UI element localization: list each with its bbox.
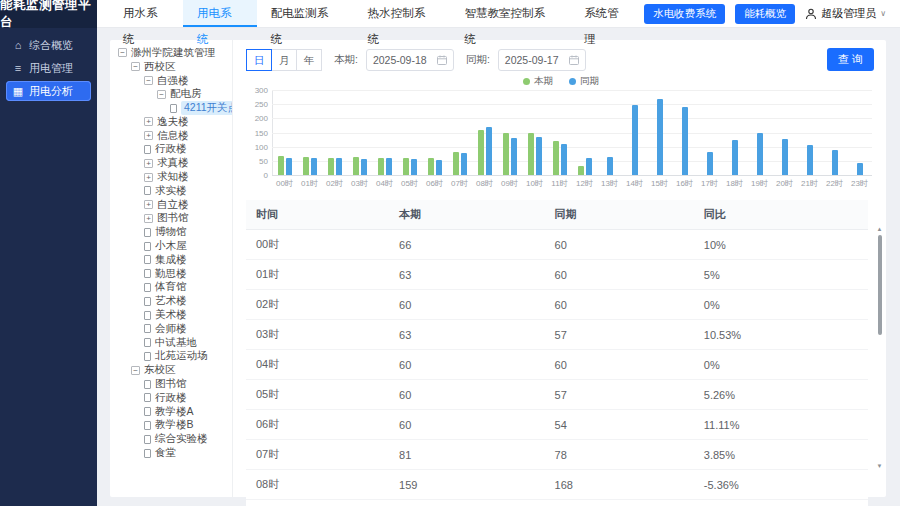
tree-node[interactable]: 图书馆 (110, 377, 232, 391)
tree-node-label: 图书馆 (157, 211, 189, 225)
sidebar-item-综合概览[interactable]: ⌂综合概览 (6, 35, 91, 55)
file-icon (144, 421, 151, 430)
tree-node[interactable]: 中试基地 (110, 336, 232, 350)
tree-node[interactable]: 勤思楼 (110, 267, 232, 281)
tree-node-label: 美术楼 (155, 308, 187, 322)
sidebar-item-用电分析[interactable]: ▦用电分析 (6, 81, 91, 101)
tree-node[interactable]: 教学楼B (110, 419, 232, 433)
table-cell: 78 (545, 440, 694, 470)
bar-group-04时 (372, 90, 397, 175)
tree-node[interactable]: 美术楼 (110, 308, 232, 322)
collapse-icon[interactable]: − (144, 76, 153, 85)
tree-node[interactable]: 行政楼 (110, 391, 232, 405)
file-icon (144, 145, 151, 154)
tree-node[interactable]: −东校区 (110, 363, 232, 377)
table-cell: 60 (389, 410, 545, 440)
bar-group-12时 (572, 90, 597, 175)
tree-node[interactable]: 行政楼 (110, 143, 232, 157)
building-tree: −滁州学院建筑管理−西校区−自强楼−配电房4211开关点位+逸夫楼+信息楼行政楼… (110, 40, 233, 497)
scroll-down-icon[interactable]: ▼ (876, 463, 883, 469)
file-icon (144, 242, 151, 251)
file-icon (144, 255, 151, 264)
tab-2[interactable]: 配电监测系统 (257, 0, 354, 27)
bar-compare (411, 159, 417, 175)
bar-group-18时 (722, 90, 747, 175)
tab-3[interactable]: 热水控制系统 (354, 0, 451, 27)
tab-0[interactable]: 用水系统 (109, 0, 183, 27)
tree-node[interactable]: −西校区 (110, 60, 232, 74)
chart-plot-area: 050100150200250300 (272, 90, 872, 175)
legend-item-同期[interactable]: 同期 (569, 75, 599, 88)
table-cell: 81 (389, 440, 545, 470)
tree-node[interactable]: 求实楼 (110, 184, 232, 198)
tab-5[interactable]: 系统管理 (570, 0, 644, 27)
tree-node[interactable]: 教学楼A (110, 405, 232, 419)
expand-icon[interactable]: + (144, 214, 153, 223)
x-tick-label: 14时 (622, 178, 647, 189)
tab-4[interactable]: 智慧教室控制系统 (450, 0, 570, 27)
scroll-up-icon[interactable]: ▲ (876, 226, 883, 232)
tree-node-label: 北苑运动场 (155, 349, 208, 363)
y-tick-label: 300 (246, 86, 268, 95)
tree-node[interactable]: 艺术楼 (110, 294, 232, 308)
compare-date-input[interactable]: 2025-09-17 (498, 49, 586, 71)
expand-icon[interactable]: + (144, 131, 153, 140)
expand-icon[interactable]: + (144, 200, 153, 209)
header-button-1[interactable]: 能耗概览 (735, 4, 795, 24)
query-button[interactable]: 查 询 (827, 48, 874, 71)
file-icon (144, 380, 151, 389)
table-scrollbar[interactable]: ▲ ▼ (876, 226, 883, 469)
table-row: 04时60600% (246, 350, 868, 380)
tree-node[interactable]: −自强楼 (110, 74, 232, 88)
header-button-0[interactable]: 水电收费系统 (644, 4, 725, 24)
table-row: 08时159168-5.36% (246, 470, 868, 500)
tree-node[interactable]: +求真楼 (110, 156, 232, 170)
bar-group-08时 (472, 90, 497, 175)
calendar-icon (437, 55, 447, 65)
x-tick-label: 20时 (772, 178, 797, 189)
table-header-row: 时间本期同期同比 (246, 200, 868, 230)
expand-icon[interactable]: + (144, 173, 153, 182)
calendar-icon (569, 55, 579, 65)
sidebar-item-用电管理[interactable]: ≡用电管理 (6, 58, 91, 78)
tree-node[interactable]: 4211开关点位 (110, 101, 232, 115)
bar-compare (782, 139, 788, 175)
tree-node[interactable]: 集成楼 (110, 253, 232, 267)
collapse-icon[interactable]: − (131, 366, 140, 375)
tree-node-label: 体育馆 (155, 280, 187, 294)
collapse-icon[interactable]: − (131, 62, 140, 71)
file-icon (144, 311, 151, 320)
user-menu[interactable]: 超级管理员 ∨ (805, 6, 886, 21)
tree-node[interactable]: 北苑运动场 (110, 350, 232, 364)
x-tick-label: 22时 (822, 178, 847, 189)
tree-node[interactable]: +求知楼 (110, 170, 232, 184)
bar-group-09时 (497, 90, 522, 175)
legend-item-本期[interactable]: 本期 (523, 75, 553, 88)
table-cell: 01时 (246, 260, 389, 290)
expand-icon[interactable]: + (144, 159, 153, 168)
tree-node[interactable]: −配电房 (110, 87, 232, 101)
tree-node[interactable]: +自立楼 (110, 198, 232, 212)
x-tick-label: 18时 (722, 178, 747, 189)
tree-node[interactable]: 会师楼 (110, 322, 232, 336)
tree-node[interactable]: 博物馆 (110, 225, 232, 239)
period-button-日[interactable]: 日 (246, 49, 272, 71)
current-date-input[interactable]: 2025-09-18 (366, 49, 454, 71)
table-cell: 57 (545, 380, 694, 410)
tree-node[interactable]: 体育馆 (110, 281, 232, 295)
tree-node[interactable]: +逸夫楼 (110, 115, 232, 129)
collapse-icon[interactable]: − (157, 90, 166, 99)
tree-node[interactable]: +信息楼 (110, 129, 232, 143)
period-button-年[interactable]: 年 (296, 49, 322, 71)
tab-1[interactable]: 用电系统 (183, 0, 257, 27)
scrollbar-thumb[interactable] (878, 235, 882, 335)
expand-icon[interactable]: + (144, 117, 153, 126)
file-icon (144, 449, 151, 458)
tree-node[interactable]: 小木屋 (110, 239, 232, 253)
tree-node[interactable]: +图书馆 (110, 212, 232, 226)
tree-node[interactable]: 食堂 (110, 446, 232, 460)
period-button-月[interactable]: 月 (271, 49, 297, 71)
top-bar: 能耗监测管理平台 用水系统用电系统配电监测系统热水控制系统智慧教室控制系统系统管… (0, 0, 900, 28)
tree-node[interactable]: 综合实验楼 (110, 432, 232, 446)
tree-node-label: 小木屋 (155, 239, 187, 253)
